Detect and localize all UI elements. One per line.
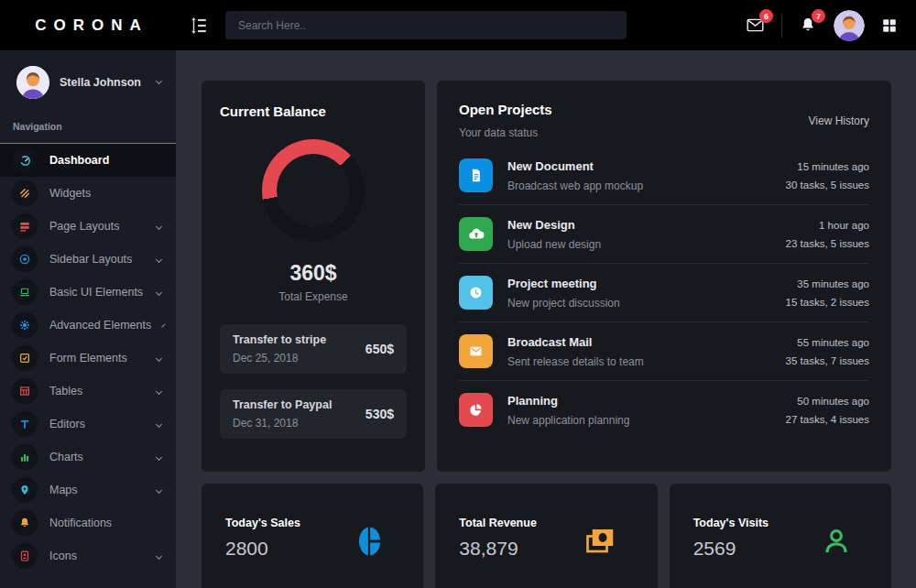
- sidebar-item-label: Basic UI Elements: [49, 286, 143, 299]
- apps-menu-button[interactable]: [881, 17, 898, 34]
- messages-button[interactable]: 6: [746, 16, 765, 35]
- clock-icon: [459, 276, 493, 310]
- sidebar-item-label: Sidebar Layouts: [49, 253, 132, 266]
- cloud-upload-icon: [459, 217, 493, 251]
- laptop-icon: [12, 279, 38, 305]
- transfer-date: Dec 25, 2018: [233, 352, 326, 365]
- todays-visits-card: Today's Visits 2569: [670, 484, 891, 588]
- sidebar-item-maps[interactable]: Maps: [0, 474, 176, 506]
- project-title: Planning: [507, 394, 629, 408]
- main-content: Current Balance 360$ Total Expense Trans…: [176, 50, 916, 588]
- sidebar-item-notifications[interactable]: Notifications: [0, 506, 176, 539]
- sidebar-item-label: Tables: [49, 385, 82, 397]
- project-row[interactable]: Project meeting New project discussion 3…: [459, 264, 869, 322]
- project-subtitle: Broadcast web app mockup: [507, 180, 643, 192]
- sidebar-item-sidebar-layouts[interactable]: Sidebar Layouts: [0, 243, 176, 276]
- sidebar-item-advanced-elements[interactable]: Advanced Elements: [0, 309, 176, 342]
- sidebar-item-label: Icons: [49, 550, 77, 562]
- gear-icon: [12, 312, 38, 338]
- project-row[interactable]: New Design Upload new design 1 hour ago …: [459, 205, 869, 264]
- chevron-down-icon: [156, 486, 162, 493]
- id-card-icon: [12, 543, 38, 569]
- project-time: 15 minutes ago: [786, 161, 869, 172]
- person-icon: [822, 524, 851, 562]
- transfer-row[interactable]: Transfer to Paypal Dec 31, 2018 530$: [220, 389, 407, 439]
- project-subtitle: New application planning: [507, 414, 629, 427]
- sidebar-item-dashboard[interactable]: Dashboard: [0, 144, 176, 177]
- sidebar-item-widgets[interactable]: Widgets: [0, 177, 176, 210]
- project-time: 50 minutes ago: [786, 396, 869, 407]
- avatar-image: [834, 10, 865, 41]
- project-row[interactable]: New Document Broadcast web app mockup 15…: [459, 147, 869, 205]
- transfer-row[interactable]: Transfer to stripe Dec 25, 2018 650$: [220, 324, 407, 374]
- sidebar-menu: Dashboard Widgets Page Layouts Side: [0, 143, 176, 572]
- transfer-date: Dec 31, 2018: [233, 417, 332, 430]
- transfer-amount: 530$: [365, 407, 394, 421]
- sidebar-item-editors[interactable]: Editors: [0, 408, 176, 441]
- navbar-actions: 6 7: [746, 10, 916, 41]
- chevron-down-icon: [162, 323, 166, 327]
- project-time: 35 minutes ago: [786, 278, 869, 289]
- sidebar-item-label: Advanced Elements: [49, 319, 151, 332]
- navbar-divider: [781, 14, 782, 38]
- brand-logo[interactable]: CORONA: [0, 0, 176, 50]
- project-title: New Design: [507, 218, 601, 232]
- messages-badge: 6: [759, 9, 773, 23]
- project-title: Project meeting: [507, 277, 620, 290]
- sidebar-item-label: Maps: [49, 484, 78, 496]
- sidebar-item-charts[interactable]: Charts: [0, 441, 176, 474]
- sidebar-item-label: Form Elements: [49, 352, 127, 365]
- chevron-down-icon: [156, 552, 162, 559]
- chevron-down-icon: [156, 453, 162, 460]
- projects-list: New Document Broadcast web app mockup 15…: [459, 147, 869, 439]
- grid-icon: [881, 17, 898, 34]
- cash-icon: [583, 524, 617, 561]
- project-subtitle: New project discussion: [507, 297, 620, 310]
- profile-menu[interactable]: Stella Johnson: [0, 50, 176, 110]
- notifications-button[interactable]: 7: [799, 16, 817, 35]
- transfer-title: Transfer to stripe: [233, 333, 326, 346]
- notifications-badge: 7: [812, 9, 825, 23]
- dashboard-page: CORONA 6: [0, 0, 916, 588]
- transfers-list: Transfer to stripe Dec 25, 2018 650$ Tra…: [220, 324, 407, 439]
- sidebar-item-label: Widgets: [49, 187, 91, 200]
- project-row[interactable]: Broadcast Mail Sent release details to t…: [459, 322, 869, 381]
- search-input[interactable]: [225, 11, 627, 39]
- chevron-down-icon: [156, 420, 162, 427]
- chevron-down-icon: [156, 387, 162, 394]
- chevron-down-icon: [156, 78, 162, 84]
- bar-chart-icon: [12, 444, 38, 470]
- sidebar-item-form-elements[interactable]: Form Elements: [0, 342, 176, 375]
- user-avatar[interactable]: [834, 10, 865, 41]
- project-row[interactable]: Planning New application planning 50 min…: [459, 381, 869, 439]
- sidebar-item-label: Dashboard: [49, 154, 109, 167]
- card-title: Current Balance: [220, 103, 407, 119]
- profile-avatar: [16, 66, 49, 99]
- project-subtitle: Sent release details to team: [507, 355, 644, 368]
- sidebar-item-label: Charts: [49, 451, 83, 463]
- sidebar-item-basic-ui-elements[interactable]: Basic UI Elements: [0, 276, 176, 309]
- project-meta: 23 tasks, 5 issues: [786, 238, 869, 249]
- project-meta: 15 tasks, 2 issues: [786, 297, 869, 308]
- map-pin-icon: [12, 477, 38, 503]
- file-icon: [459, 158, 493, 192]
- total-expense-label: Total Expense: [220, 290, 407, 303]
- project-meta: 30 tasks, 5 issues: [786, 180, 869, 191]
- sidebar-item-label: Editors: [49, 418, 85, 430]
- project-time: 1 hour ago: [786, 220, 869, 231]
- project-title: New Document: [507, 159, 643, 173]
- project-meta: 27 tasks, 4 issues: [786, 414, 869, 425]
- transfer-title: Transfer to Paypal: [233, 398, 332, 411]
- sidebar-toggle-button[interactable]: [189, 16, 209, 36]
- view-history-link[interactable]: View History: [809, 114, 869, 127]
- editor-icon: [12, 411, 38, 437]
- sidebar-item-page-layouts[interactable]: Page Layouts: [0, 210, 176, 243]
- sidebar-item-icons[interactable]: Icons: [0, 539, 176, 572]
- card-title: Open Projects: [459, 102, 552, 117]
- top-navbar: CORONA 6: [0, 0, 916, 50]
- search-bar: [225, 11, 627, 39]
- rows-icon: [12, 213, 38, 239]
- form-icon: [12, 345, 38, 371]
- sidebar-item-tables[interactable]: Tables: [0, 375, 176, 408]
- envelope-icon: [459, 334, 493, 368]
